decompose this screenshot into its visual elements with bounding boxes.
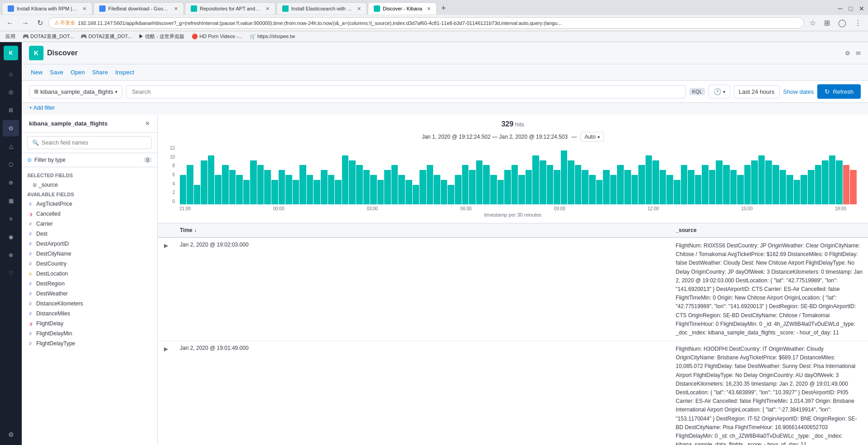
refresh-button[interactable]: ↻ Refresh (817, 84, 861, 99)
back-button[interactable]: ← (4, 17, 16, 29)
field-name-flightdelaymin: FlightDelayMin (36, 330, 72, 337)
chart-bar (434, 175, 440, 204)
filter-by-type-row[interactable]: ⊙ Filter by type 0 (22, 153, 157, 167)
maximize-button[interactable]: □ (847, 3, 854, 14)
settings-icon[interactable]: ⚙ (845, 50, 850, 57)
nav-icon-settings[interactable]: ⚙ (3, 426, 19, 443)
chart-bar (568, 160, 574, 205)
expand-button-2[interactable]: ▶ (163, 345, 169, 353)
nav-icon-home[interactable]: ⌂ (3, 66, 19, 82)
nav-icon-logs[interactable]: ≡ (3, 211, 19, 227)
nav-icon-apm[interactable]: ◎ (3, 84, 19, 100)
x-label-1800: 18:00 (835, 206, 846, 211)
reload-button[interactable]: ↻ (34, 17, 46, 29)
bookmark-shopee[interactable]: 🛒 https://shopee.tw (248, 33, 297, 40)
chart-bar (504, 170, 511, 204)
show-dates-button[interactable]: Show dates (783, 88, 814, 95)
time-range-selector[interactable]: Last 24 hours (734, 85, 780, 98)
mail-icon[interactable]: ✉ (856, 50, 861, 57)
menu-button[interactable]: ⋮ (852, 17, 864, 29)
index-selector[interactable]: ⊞ kibana_sample_data_flights ▾ (29, 85, 122, 98)
profile-button[interactable]: ◯ (835, 17, 849, 29)
chart-bar (469, 170, 476, 204)
field-item-distancekilometers[interactable]: # DistanceKilometers (22, 299, 157, 309)
field-item-destairportid[interactable]: # DestAirportID (22, 239, 157, 249)
tab-1[interactable]: Install Kibana with RPM | Kib... ✕ (2, 2, 92, 15)
bookmark-dota1[interactable]: 🎮 DOTA2直播_DOT... (21, 32, 75, 41)
nav-icon-visualize[interactable]: △ (3, 138, 19, 155)
chart-bar (370, 175, 377, 204)
nav-icon-uptime[interactable]: ♡ (3, 265, 19, 281)
chart-bar (398, 175, 405, 204)
add-filter-button[interactable]: + Add filter (29, 105, 55, 111)
bookmark-apps[interactable]: 应用 (4, 32, 17, 41)
interval-selector[interactable]: Auto ▾ (580, 132, 604, 142)
new-tab-button[interactable]: + (438, 2, 450, 15)
nav-icon-graph[interactable]: ⬡ (3, 156, 19, 173)
forward-button[interactable]: → (19, 17, 32, 29)
bookmark-button[interactable]: ☆ (807, 17, 819, 29)
tab-5-close[interactable]: ✕ (427, 6, 431, 12)
open-button[interactable]: Open (69, 68, 87, 77)
close-button[interactable]: ✕ (857, 3, 866, 14)
source-column-header[interactable]: _source (670, 223, 868, 237)
bookmark-hd[interactable]: 🔴 HD Porn Videos -... (190, 33, 244, 40)
field-item-flightdelaytype[interactable]: # FlightDelayType (22, 339, 157, 348)
field-item-destlocation[interactable]: ⊕ DestLocation (22, 269, 157, 279)
chart-bar (391, 165, 398, 204)
tab-4-close[interactable]: ✕ (357, 6, 361, 12)
new-button[interactable]: New (29, 68, 44, 77)
field-item-cancelled[interactable]: ◑ Cancelled (22, 209, 157, 219)
time-dropdown-arrow: ▾ (723, 89, 725, 94)
time-column-header[interactable]: Time ↓ (174, 223, 670, 237)
field-item-distancemiles[interactable]: # DistanceMiles (22, 309, 157, 319)
kql-badge[interactable]: KQL (690, 88, 705, 95)
minimize-button[interactable]: ─ (836, 3, 844, 14)
kibana-logo[interactable]: K (4, 46, 18, 60)
field-item-flightdelaymin[interactable]: # FlightDelayMin (22, 329, 157, 339)
time-icon-selector[interactable]: 🕐 ▾ (709, 85, 730, 98)
bookmark-youku[interactable]: ▶ 优酷 - 这世界侃版 (137, 32, 186, 41)
nav-icon-discover[interactable]: ⊙ (3, 120, 19, 136)
field-item-avgticketprice[interactable]: # AvgTicketPrice (22, 199, 157, 209)
field-item-source[interactable]: ⊞ _source (22, 180, 157, 190)
nav-icon-apm2[interactable]: ◉ (3, 229, 19, 245)
field-item-destregion[interactable]: # DestRegion (22, 279, 157, 289)
tab-1-close[interactable]: ✕ (82, 6, 87, 12)
sidebar-close-icon[interactable]: ✕ (145, 120, 150, 127)
expand-button-1[interactable]: ▶ (163, 242, 169, 250)
extensions-button[interactable]: ⊞ (821, 17, 833, 29)
field-item-carrier[interactable]: # Carrier (22, 219, 157, 229)
field-item-destcountry[interactable]: # DestCountry (22, 259, 157, 269)
tab-3-close[interactable]: ✕ (265, 6, 270, 12)
sidebar: ✕ kibana_sample_data_flights 🔍 ⊙ Filter … (22, 115, 158, 445)
bookmark-dota2[interactable]: 🎮 DOTA2直播_DOT... (79, 32, 133, 41)
chart-bar (321, 170, 328, 204)
chart-bar (405, 180, 412, 204)
tab-3[interactable]: Repositories for APT and YUM ✕ (185, 2, 275, 15)
nav-icon-ml[interactable]: ⊛ (3, 174, 19, 191)
tab-2-close[interactable]: ✕ (174, 6, 178, 12)
chart-bar (610, 175, 617, 204)
tab-2[interactable]: FileBeat download - Google ... ✕ (93, 2, 184, 15)
inspect-button[interactable]: Inspect (113, 68, 136, 77)
tab-4[interactable]: Install Elasticsearch with RPM... ✕ (276, 2, 367, 15)
field-item-dest[interactable]: # Dest (22, 229, 157, 239)
field-item-destcityname[interactable]: # DestCityName (22, 249, 157, 259)
field-type-bool-icon: ◑ (27, 211, 34, 217)
tab-5[interactable]: Discover - Kibana ✕ (368, 2, 437, 15)
nav-icon-infrastructure[interactable]: ▦ (3, 193, 19, 209)
chart-bar (666, 175, 673, 204)
share-button[interactable]: Share (90, 68, 110, 77)
url-bar[interactable]: ⚠ 不安全 192.168.11.247:5601/app/kibana#/di… (48, 17, 804, 29)
search-input[interactable] (132, 88, 680, 95)
nav-icon-dashboard[interactable]: ⊞ (3, 102, 19, 118)
field-item-flightdelay[interactable]: ◑ FlightDelay (22, 319, 157, 329)
field-name-destweather: DestWeather (36, 290, 68, 297)
save-button[interactable]: Save (48, 68, 65, 77)
time-cell-1: Jan 2, 2020 @ 19:02:03.000 (174, 237, 670, 341)
field-item-destweather[interactable]: # DestWeather (22, 289, 157, 299)
browser-chrome: Install Kibana with RPM | Kib... ✕ FileB… (0, 0, 868, 42)
sidebar-search-input[interactable] (42, 140, 147, 146)
nav-icon-maps[interactable]: ⊕ (3, 247, 19, 263)
